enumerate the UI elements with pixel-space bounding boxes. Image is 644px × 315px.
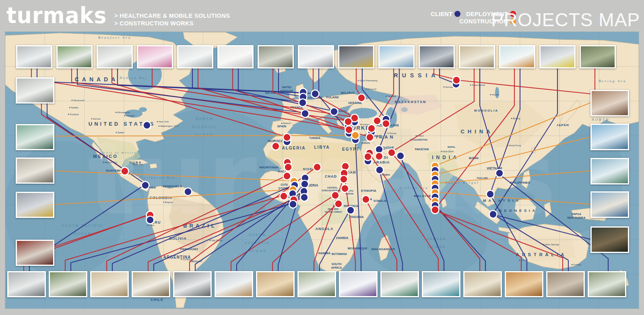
marker-deployment xyxy=(283,172,291,180)
country-label: MOZAMBIQUE xyxy=(348,247,367,250)
sea-label: Caribbean Sea xyxy=(140,176,175,180)
photo-thumbnail-top-8-red-cross-mobile-truck xyxy=(298,45,334,68)
city-label: Sydney xyxy=(573,263,581,266)
photo-placeholder xyxy=(460,46,494,67)
photo-thumbnail-top-1-white-container-modules-factory xyxy=(16,45,52,68)
photo-placeholder xyxy=(174,272,211,296)
country-label: LIBYA xyxy=(314,145,330,149)
photo-placeholder xyxy=(382,272,418,296)
tagline-block: > HEALTHCARE & MOBILE SOLUTIONS > CONSTR… xyxy=(114,12,230,27)
header-bar: turmaks > HEALTHCARE & MOBILE SOLUTIONS … xyxy=(0,0,644,32)
marker-client xyxy=(330,108,338,116)
city-label: Bogota xyxy=(165,201,173,203)
sea-label: OCEAN xyxy=(249,249,267,253)
page-title: PROJECTS MAP xyxy=(491,9,640,31)
photo-thumbnail-right-5-night-plaza-green-lights xyxy=(590,226,629,253)
tagline-healthcare: > HEALTHCARE & MOBILE SOLUTIONS xyxy=(114,12,230,20)
country-label: TANZANIA xyxy=(349,216,363,218)
marker-deployment xyxy=(285,164,292,171)
photo-thumbnail-bottom-14-site-plan-3d-brown xyxy=(546,271,585,297)
sea-label: ATLANTIC xyxy=(244,241,271,245)
country-label: BELARUS xyxy=(341,91,355,94)
world-map-svg: turmaks Beaufort SeaHudson BayBering Sea… xyxy=(5,32,639,309)
country-label: COTE xyxy=(281,183,288,186)
photo-thumbnail-top-13-orange-container-on-legs xyxy=(499,45,535,68)
marker-client xyxy=(301,194,308,201)
photo-thumbnail-top-12-dome-tent-field-hospital xyxy=(459,45,495,68)
country-label: ALGERIA xyxy=(282,146,306,150)
sea-label: Hudson Bay xyxy=(119,76,147,80)
photo-thumbnail-bottom-11-teal-modular-building xyxy=(422,271,460,297)
photo-placeholder xyxy=(423,272,459,296)
city-label: Minneapolis xyxy=(117,111,130,114)
marker-deployment xyxy=(376,153,383,160)
photo-thumbnail-right-4-blue-dome-mosque xyxy=(590,191,629,218)
photo-placeholder xyxy=(17,79,53,102)
marker-deployment xyxy=(332,192,339,199)
photo-placeholder xyxy=(98,46,132,67)
marker-deployment xyxy=(431,206,439,214)
marker-client xyxy=(397,152,405,160)
country-label: JORDAN xyxy=(361,142,370,144)
photo-thumbnail-top-11-containers-under-storm-clouds xyxy=(419,45,455,68)
sea-label: INDIAN xyxy=(427,237,446,241)
turmaks-logo: turmaks xyxy=(6,3,107,28)
photo-thumbnail-top-6-container-units-hangar xyxy=(217,45,254,68)
legend-client-label: CLIENT xyxy=(431,11,452,17)
photo-thumbnail-top-15-military-green-container-camp-aerial xyxy=(580,45,616,68)
marker-deployment xyxy=(362,196,370,203)
country-label: INDONESIA xyxy=(495,209,537,213)
country-label: MONGOLIA xyxy=(474,109,498,112)
photo-thumbnail-left-5-trailer-3d-render xyxy=(16,240,54,266)
marker-client xyxy=(376,166,384,174)
photo-thumbnail-top-10-afad-tent-camp xyxy=(378,45,415,68)
marker-deployment xyxy=(340,176,348,183)
marker-client xyxy=(301,180,309,188)
marker-deployment xyxy=(314,164,321,171)
city-label: Perth xyxy=(521,259,526,261)
photo-thumbnail-top-3-white-modular-units-aerial xyxy=(97,45,133,68)
photo-thumbnail-top-5-mobile-clinic-trailer-with-stairs xyxy=(177,45,213,68)
photo-thumbnail-bottom-1-turmaks-container-facility-gate xyxy=(7,271,46,297)
photo-thumbnail-left-2-green-glass-office-building xyxy=(16,124,54,150)
photo-thumbnail-left-1-red-cross-trailer-truck xyxy=(16,77,54,104)
sea-label: Beaufort Sea xyxy=(98,35,132,39)
photo-placeholder xyxy=(133,272,169,296)
photo-thumbnail-right-1-brown-office-building xyxy=(590,90,629,116)
marker-client xyxy=(489,211,497,218)
city-label: Chicago xyxy=(126,114,135,117)
photo-thumbnail-right-2-blue-tower-waterfront xyxy=(590,124,629,150)
marker-deployment xyxy=(388,149,396,157)
photo-placeholder xyxy=(339,46,373,67)
country-label: ANGOLA xyxy=(316,227,334,231)
sea-label: OCEAN xyxy=(196,133,214,137)
photo-thumbnail-left-4-gray-yellow-medical-center xyxy=(16,192,54,218)
photo-placeholder xyxy=(8,272,45,296)
country-label: ETHIOPIA xyxy=(361,189,376,193)
city-label: Cordoba xyxy=(183,258,192,261)
photo-placeholder xyxy=(58,46,91,67)
photo-placeholder xyxy=(592,228,628,252)
photo-thumbnail-bottom-3-desert-container-row xyxy=(90,271,129,297)
photo-thumbnail-top-4-pink-mammography-truck xyxy=(137,45,173,68)
city-label: Vancouver xyxy=(73,99,85,102)
photo-placeholder xyxy=(592,159,628,183)
marker-deployment xyxy=(358,94,365,102)
photo-placeholder xyxy=(592,125,628,149)
photo-placeholder xyxy=(500,46,534,67)
marker-client xyxy=(487,191,494,198)
sea-label: NORTH xyxy=(195,117,214,121)
photo-placeholder xyxy=(219,46,252,67)
photo-thumbnail-bottom-15-container-camp-city-park xyxy=(588,271,626,297)
photo-placeholder xyxy=(17,125,53,149)
country-label: ZAMBIA xyxy=(336,236,348,240)
marker-deployment xyxy=(374,117,381,125)
marker-deployment xyxy=(345,118,352,126)
photo-placeholder xyxy=(581,46,615,67)
marker-deployment xyxy=(364,153,372,161)
city-label: Lima xyxy=(149,224,155,226)
city-label: Madrid xyxy=(283,122,290,124)
country-label: AFRICAN REPUBLIC xyxy=(322,189,343,192)
marker-deployment xyxy=(368,125,376,133)
marker-deployment xyxy=(121,168,129,175)
